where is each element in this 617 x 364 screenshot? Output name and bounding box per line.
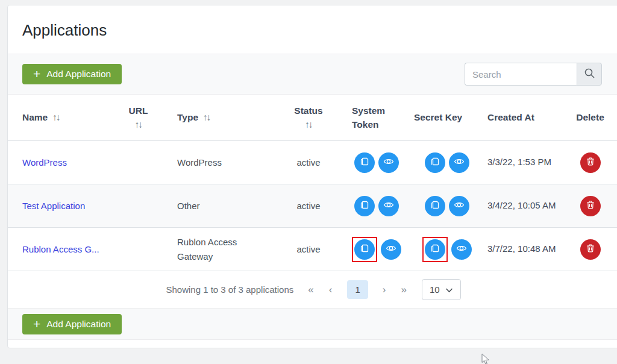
show-system-token-button[interactable] [378,196,399,216]
highlight-annotation-box [352,237,377,262]
copy-secret-key-button[interactable] [425,239,445,260]
add-application-button[interactable]: + Add Application [22,64,122,84]
search-button[interactable] [577,63,602,86]
column-header-type[interactable]: Type↑↓ [170,112,278,123]
card-bottom-padding [8,340,617,344]
column-header-url[interactable]: URL↑↓ [107,104,170,132]
copy-icon [430,200,440,212]
eye-icon [383,199,394,212]
copy-system-token-button[interactable] [354,152,375,173]
application-name-link[interactable]: Test Application [22,201,85,211]
eye-icon [383,156,394,169]
created-at-cell: 3/4/22, 10:05 AM [480,199,562,213]
previous-page-button[interactable]: ‹ [329,284,333,296]
system-token-actions [339,196,414,216]
column-header-created-at: Created At [480,112,562,123]
table-header-row: Name↑↓ URL↑↓ Type↑↓ Status↑↓ System Toke… [8,95,617,140]
copy-icon [360,200,369,212]
secret-key-actions [414,196,480,216]
next-page-button[interactable]: › [383,284,387,296]
search-input[interactable] [465,63,577,86]
status-cell: active [278,244,339,254]
plus-icon: + [33,69,40,79]
status-cell: active [278,157,339,168]
page-title: Applications [8,5,617,54]
last-page-button[interactable]: » [401,284,407,296]
current-page-button[interactable]: 1 [347,280,368,299]
column-header-system-token: System Token [339,104,414,132]
eye-icon [454,199,465,212]
eye-icon [454,156,465,169]
show-system-token-button[interactable] [381,239,401,260]
show-secret-key-button[interactable] [449,152,469,173]
show-secret-key-button[interactable] [451,239,472,260]
eye-icon [456,243,467,256]
column-header-secret-key: Secret Key [414,112,480,123]
page-size-select[interactable]: 10 [422,279,461,300]
sort-icon: ↑↓ [52,112,60,122]
copy-system-token-button[interactable] [354,196,375,216]
created-at-cell: 3/3/22, 1:53 PM [480,155,562,169]
header-label: Delete [576,112,604,122]
system-token-actions [339,237,414,262]
header-label: Created At [487,112,534,122]
first-page-button[interactable]: « [308,284,314,296]
table-row: WordPress WordPress active 3/3/22, 1:53 … [8,140,617,184]
applications-panel: Applications + Add Application Name↑↓ UR… [7,5,617,348]
trash-icon [586,200,595,212]
secret-key-actions [414,237,480,262]
status-cell: active [278,201,339,211]
header-label: Type [177,112,198,122]
copy-icon [360,157,369,168]
pagination-bar: Showing 1 to 3 of 3 applications « ‹ 1 ›… [8,271,617,308]
search-group [465,63,602,86]
application-name-link[interactable]: WordPress [22,157,67,168]
add-application-button-bottom[interactable]: + Add Application [22,314,122,334]
toolbar: + Add Application [8,54,617,95]
copy-secret-key-button[interactable] [425,152,445,173]
mouse-cursor [481,353,491,364]
column-header-name[interactable]: Name↑↓ [22,112,107,123]
add-application-label: Add Application [46,69,111,80]
copy-icon [430,157,440,168]
type-cell: WordPress [170,155,278,169]
column-header-delete: Delete [562,112,617,123]
eye-icon [386,243,396,256]
copy-system-token-button[interactable] [354,239,375,260]
type-cell: Other [170,199,278,213]
copy-icon [430,243,440,255]
highlight-annotation-box [422,237,448,262]
header-label: Name [22,112,48,122]
plus-icon: + [33,319,40,329]
chevron-down-icon [445,284,453,295]
header-label: Secret Key [414,112,462,122]
system-token-actions [339,152,414,173]
sort-icon: ↑↓ [203,112,210,122]
sort-icon: ↑↓ [305,118,312,131]
header-label: URL [129,104,148,118]
show-secret-key-button[interactable] [449,196,469,216]
column-header-status[interactable]: Status↑↓ [278,104,339,132]
type-cell: Rublon Access Gateway [170,235,278,263]
table-row: Test Application Other active 3/4/22, 10… [8,184,617,227]
copy-icon [360,243,369,255]
secret-key-actions [414,152,480,173]
add-application-label: Add Application [46,319,111,330]
page-size-value: 10 [430,284,440,295]
delete-application-button[interactable] [580,196,601,216]
created-at-cell: 3/7/22, 10:48 AM [480,242,562,256]
table-row: Rublon Access G... Rublon Access Gateway… [8,227,617,271]
delete-application-button[interactable] [580,239,601,260]
trash-icon [586,243,595,255]
sort-icon: ↑↓ [135,118,142,131]
copy-secret-key-button[interactable] [425,196,445,216]
pagination-summary: Showing 1 to 3 of 3 applications [166,284,293,295]
header-label: Status [294,104,322,118]
header-label: System Token [352,104,390,132]
delete-application-button[interactable] [580,152,601,173]
footer-toolbar: + Add Application [8,308,617,340]
search-icon [584,67,595,81]
show-system-token-button[interactable] [378,152,399,173]
application-name-link[interactable]: Rublon Access G... [22,244,99,254]
trash-icon [586,157,595,168]
